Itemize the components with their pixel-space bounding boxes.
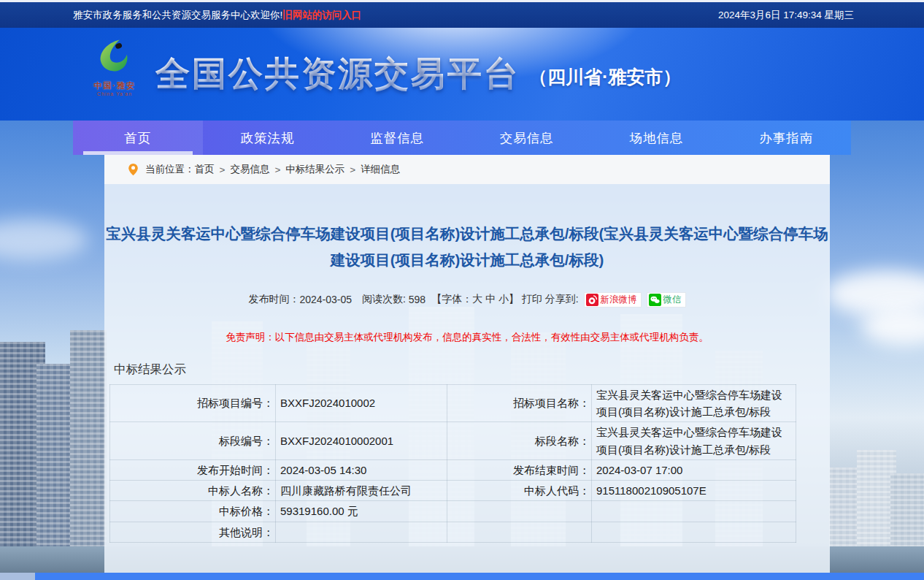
field-value: 2024-03-07 17:00 [592, 459, 796, 480]
breadcrumb-detail[interactable]: 详细信息 [361, 163, 400, 176]
nav-item-home[interactable]: 首页 [73, 121, 203, 155]
field-label: 中标价格： [110, 501, 276, 522]
weibo-label: 新浪微博 [601, 294, 637, 306]
breadcrumb-separator: > [350, 164, 355, 175]
article-title: 宝兴县灵关客运中心暨综合停车场建设项目(项目名称)设计施工总承包/标段(宝兴县灵… [106, 221, 828, 273]
breadcrumb: 当前位置： 首页 > 交易信息 > 中标结果公示 > 详细信息 [104, 155, 830, 184]
breadcrumb-trading-info[interactable]: 交易信息 [230, 163, 269, 176]
field-label: 发布结束时间： [447, 459, 592, 480]
scrollbar-thumb[interactable] [0, 573, 35, 580]
site-logo[interactable]: 中国·雅安 China Ya'an [82, 37, 147, 96]
main-nav: 首页 政策法规 监督信息 交易信息 场地信息 办事指南 [73, 121, 851, 155]
top-bar: 雅安市政务服务和公共资源交易服务中心欢迎你!旧网站的访问入口 2024年3月6日… [0, 0, 924, 28]
breadcrumb-award-results[interactable]: 中标结果公示 [285, 163, 344, 176]
field-value: 四川康藏路桥有限责任公司 [276, 481, 447, 501]
field-value: BXXFJ2024010002001 [276, 422, 447, 460]
font-size-suffix: 】 [509, 293, 519, 306]
field-value: 2024-03-05 14:30 [276, 459, 447, 480]
building [70, 330, 107, 555]
field-label: 招标项目名称： [447, 384, 592, 422]
location-pin-icon [128, 163, 139, 176]
site-subtitle: （四川省·雅安市） [529, 59, 681, 89]
field-label: 发布开始时间： [110, 459, 276, 480]
logo-caption: 中国·雅安 [82, 80, 147, 91]
nav-item-trading[interactable]: 交易信息 [462, 121, 592, 155]
datetime-display: 2024年3月6日 17:49:34 星期三 [718, 9, 854, 22]
field-label: 标段编号： [110, 422, 276, 460]
welcome-text: 雅安市政务服务和公共资源交易服务中心欢迎你!旧网站的访问入口 [73, 9, 361, 22]
table-row: 招标项目编号： BXXFJ2024010002 招标项目名称： 宝兴县灵关客运中… [110, 384, 796, 422]
nav-item-guide[interactable]: 办事指南 [721, 121, 851, 155]
font-size-small-button[interactable]: 小 [498, 293, 509, 306]
font-size-prefix: 【字体： [431, 293, 472, 306]
field-value: 59319160.00 元 [276, 501, 447, 522]
weibo-icon [586, 294, 598, 306]
article-meta: 发布时间： 2024-03-05 阅读次数: 598 【字体： 大 中 小 】 … [104, 292, 830, 308]
breadcrumb-prefix: 当前位置： [145, 163, 195, 176]
field-value: BXXFJ2024010002 [276, 384, 447, 422]
nav-item-supervision[interactable]: 监督信息 [332, 121, 462, 155]
table-row: 中标人名称： 四川康藏路桥有限责任公司 中标人代码： 9151180021090… [110, 481, 796, 501]
field-label [447, 501, 592, 522]
horizontal-scrollbar[interactable] [0, 573, 924, 580]
logo-caption-en: China Ya'an [82, 91, 147, 96]
disclaimer-text: 免责声明：以下信息由交易主体或代理机构发布，信息的真实性，合法性，有效性由交易主… [104, 331, 830, 344]
breadcrumb-separator: > [274, 164, 280, 175]
font-size-medium-button[interactable]: 中 [485, 293, 496, 306]
nav-item-policies[interactable]: 政策法规 [203, 121, 333, 155]
building [890, 473, 924, 555]
site-title: 全国公共资源交易平台 [155, 51, 520, 97]
field-label: 其他说明： [110, 522, 276, 542]
publish-time-value: 2024-03-05 [299, 294, 352, 305]
field-value: 宝兴县灵关客运中心暨综合停车场建设项目(项目名称)设计施工总承包/标段 [592, 384, 796, 422]
share-weibo-button[interactable]: 新浪微博 [584, 292, 642, 308]
field-value [592, 501, 796, 522]
table-row: 发布开始时间： 2024-03-05 14:30 发布结束时间： 2024-03… [110, 459, 796, 480]
field-value [276, 522, 447, 542]
field-label: 标段名称： [447, 422, 592, 460]
publish-time-label: 发布时间： [248, 293, 299, 306]
welcome-message: 雅安市政务服务和公共资源交易服务中心欢迎你! [73, 9, 282, 20]
views-label: 阅读次数: [362, 293, 406, 306]
breadcrumb-home[interactable]: 首页 [195, 163, 215, 176]
page: 雅安市政务服务和公共资源交易服务中心欢迎你!旧网站的访问入口 2024年3月6日… [0, 0, 924, 580]
print-button[interactable]: 打印 [522, 293, 542, 306]
breadcrumb-separator: > [220, 164, 226, 175]
nav-item-venue[interactable]: 场地信息 [592, 121, 722, 155]
field-value [592, 522, 796, 542]
font-size-large-button[interactable]: 大 [472, 293, 482, 306]
field-value: 宝兴县灵关客运中心暨综合停车场建设项目(项目名称)设计施工总承包/标段 [592, 422, 796, 460]
share-label: 分享到: [545, 293, 579, 306]
banner-titles: 全国公共资源交易平台 （四川省·雅安市） [155, 28, 681, 121]
site-banner: 中国·雅安 China Ya'an 全国公共资源交易平台 （四川省·雅安市） [0, 28, 924, 121]
section-title: 中标结果公示 [114, 362, 830, 378]
field-label [447, 522, 592, 542]
field-value: 91511800210905107E [592, 481, 796, 501]
table-row: 其他说明： [110, 522, 796, 542]
field-label: 中标人代码： [447, 481, 592, 501]
field-label: 招标项目编号： [110, 384, 276, 422]
leaf-logo-icon [93, 37, 136, 77]
table-row: 中标价格： 59319160.00 元 [110, 501, 796, 522]
award-result-table: 招标项目编号： BXXFJ2024010002 招标项目名称： 宝兴县灵关客运中… [109, 384, 796, 543]
share-wechat-button[interactable]: 微信 [647, 292, 686, 308]
cloud [0, 219, 88, 260]
table-row: 标段编号： BXXFJ2024010002001 标段名称： 宝兴县灵关客运中心… [110, 422, 796, 460]
content-panel: 宝兴县灵关客运中心暨综合停车场建设项目(项目名称)设计施工总承包/标段(宝兴县灵… [104, 184, 830, 573]
wechat-label: 微信 [663, 294, 682, 306]
old-site-link[interactable]: 旧网站的访问入口 [282, 9, 361, 20]
views-value: 598 [409, 294, 426, 305]
field-label: 中标人名称： [110, 481, 276, 501]
wechat-icon [649, 294, 661, 306]
